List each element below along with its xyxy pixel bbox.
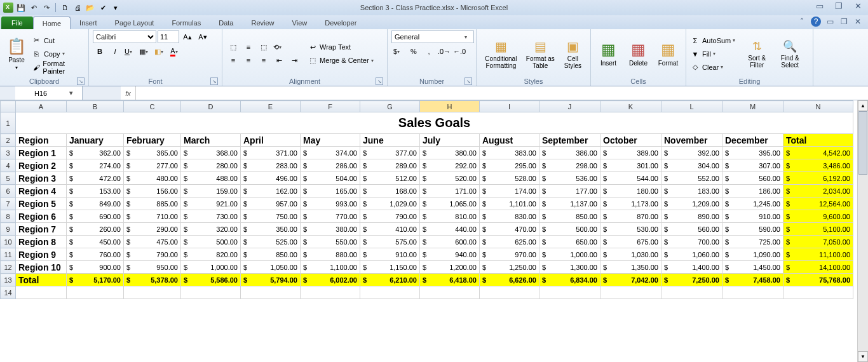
data-cell[interactable]: $186.00 xyxy=(722,185,783,198)
open-icon[interactable]: 📂 xyxy=(85,2,96,13)
header-cell[interactable]: August xyxy=(480,134,539,147)
data-cell[interactable]: $1,050.00 xyxy=(241,261,301,274)
row-total-cell[interactable]: $3,486.00 xyxy=(783,159,853,172)
font-name-select[interactable]: Calibri xyxy=(93,30,156,43)
col-header-F[interactable]: F xyxy=(301,101,360,112)
empty-cell[interactable] xyxy=(181,286,241,299)
header-cell[interactable]: Total xyxy=(783,134,853,147)
data-cell[interactable]: $1,200.00 xyxy=(420,261,480,274)
data-cell[interactable]: $760.00 xyxy=(67,248,124,261)
tab-data[interactable]: Data xyxy=(210,17,242,29)
data-cell[interactable]: $500.00 xyxy=(539,223,600,236)
data-cell[interactable]: $536.00 xyxy=(539,172,600,185)
format-cells-button[interactable]: ▦Format xyxy=(654,33,682,75)
data-cell[interactable]: $550.00 xyxy=(301,236,360,248)
data-cell[interactable]: $725.00 xyxy=(722,236,783,248)
header-cell[interactable]: July xyxy=(420,134,480,147)
data-cell[interactable]: $600.00 xyxy=(420,236,480,248)
paste-button[interactable]: 📋 Paste ▾ xyxy=(4,33,29,75)
data-cell[interactable]: $1,209.00 xyxy=(661,198,722,210)
data-cell[interactable]: $1,250.00 xyxy=(480,261,539,274)
data-cell[interactable]: $520.00 xyxy=(420,172,480,185)
row-total-cell[interactable]: $11,100.00 xyxy=(783,248,853,261)
data-cell[interactable]: $849.00 xyxy=(67,198,124,210)
col-header-H[interactable]: H xyxy=(420,101,480,112)
currency-icon[interactable]: $▾ xyxy=(391,45,405,58)
window-min-icon[interactable]: ▭ xyxy=(825,17,835,27)
copy-button[interactable]: ⎘Copy▾ xyxy=(32,48,85,60)
header-cell[interactable]: September xyxy=(539,134,600,147)
data-cell[interactable]: $750.00 xyxy=(241,210,301,223)
data-cell[interactable]: $440.00 xyxy=(420,223,480,236)
percent-icon[interactable]: % xyxy=(407,45,421,58)
data-cell[interactable]: $560.00 xyxy=(661,223,722,236)
row-header-13[interactable]: 13 xyxy=(1,274,16,286)
data-cell[interactable]: $575.00 xyxy=(360,236,420,248)
font-dialog-icon[interactable]: ↘ xyxy=(210,77,218,85)
data-cell[interactable]: $512.00 xyxy=(360,172,420,185)
col-header-B[interactable]: B xyxy=(67,101,124,112)
data-cell[interactable]: $177.00 xyxy=(539,185,600,198)
col-total-cell[interactable]: $7,458.00 xyxy=(722,274,783,286)
data-cell[interactable]: $544.00 xyxy=(600,172,661,185)
header-cell[interactable]: April xyxy=(241,134,301,147)
font-size-input[interactable] xyxy=(158,30,179,43)
header-cell[interactable]: March xyxy=(181,134,241,147)
data-cell[interactable]: $1,300.00 xyxy=(539,261,600,274)
data-cell[interactable]: $410.00 xyxy=(360,223,420,236)
align-left-icon[interactable]: ≡ xyxy=(226,54,240,67)
cut-button[interactable]: ✂Cut xyxy=(32,34,85,47)
spell-icon[interactable]: ✔ xyxy=(97,2,109,13)
data-cell[interactable]: $1,000.00 xyxy=(181,261,241,274)
format-as-table-button[interactable]: ▤Format as Table xyxy=(524,33,557,75)
empty-cell[interactable] xyxy=(480,286,539,299)
data-cell[interactable]: $380.00 xyxy=(301,223,360,236)
data-cell[interactable]: $1,245.00 xyxy=(722,198,783,210)
tab-insert[interactable]: Insert xyxy=(71,17,106,29)
data-cell[interactable]: $1,000.00 xyxy=(539,248,600,261)
data-cell[interactable]: $820.00 xyxy=(181,248,241,261)
undo-icon[interactable]: ↶ xyxy=(28,2,39,13)
region-label[interactable]: Region 8 xyxy=(16,236,67,248)
increase-decimal-icon[interactable]: .0→ xyxy=(437,45,451,58)
data-cell[interactable]: $295.00 xyxy=(480,159,539,172)
data-cell[interactable]: $365.00 xyxy=(124,147,181,159)
conditional-formatting-button[interactable]: ▦Conditional Formatting xyxy=(480,33,522,75)
data-cell[interactable]: $675.00 xyxy=(600,236,661,248)
empty-cell[interactable] xyxy=(360,286,420,299)
data-cell[interactable]: $910.00 xyxy=(360,248,420,261)
data-cell[interactable]: $730.00 xyxy=(181,210,241,223)
col-header-E[interactable]: E xyxy=(241,101,301,112)
window-close-icon[interactable]: ✕ xyxy=(853,17,863,27)
minimize-icon[interactable]: ▭ xyxy=(813,1,826,10)
col-total-cell[interactable]: $6,834.00 xyxy=(539,274,600,286)
data-cell[interactable]: $528.00 xyxy=(480,172,539,185)
tab-page-layout[interactable]: Page Layout xyxy=(106,17,163,29)
merge-center-button[interactable]: ⬚Merge & Center▾ xyxy=(308,54,377,67)
empty-cell[interactable] xyxy=(420,286,480,299)
row-header-10[interactable]: 10 xyxy=(1,236,16,248)
data-cell[interactable]: $156.00 xyxy=(124,185,181,198)
data-cell[interactable]: $850.00 xyxy=(241,248,301,261)
qat-customize-icon[interactable]: ▾ xyxy=(110,2,121,13)
comma-icon[interactable]: , xyxy=(422,45,436,58)
data-cell[interactable]: $993.00 xyxy=(301,198,360,210)
data-cell[interactable]: $383.00 xyxy=(480,147,539,159)
data-cell[interactable]: $292.00 xyxy=(420,159,480,172)
fill-color-button[interactable]: ◧▾ xyxy=(154,45,168,58)
empty-cell[interactable] xyxy=(783,286,853,299)
data-cell[interactable]: $162.00 xyxy=(241,185,301,198)
align-middle-icon[interactable]: ≡ xyxy=(241,41,255,53)
header-cell[interactable]: October xyxy=(600,134,661,147)
data-cell[interactable]: $496.00 xyxy=(241,172,301,185)
name-box[interactable]: ▾ xyxy=(15,86,83,100)
data-cell[interactable]: $810.00 xyxy=(420,210,480,223)
excel-icon[interactable] xyxy=(3,2,14,13)
col-header-C[interactable]: C xyxy=(124,101,181,112)
tab-view[interactable]: View xyxy=(283,17,316,29)
region-label[interactable]: Region 7 xyxy=(16,223,67,236)
row-total-cell[interactable]: $6,192.00 xyxy=(783,172,853,185)
col-total-cell[interactable]: $7,250.00 xyxy=(661,274,722,286)
empty-cell[interactable] xyxy=(241,286,301,299)
data-cell[interactable]: $371.00 xyxy=(241,147,301,159)
